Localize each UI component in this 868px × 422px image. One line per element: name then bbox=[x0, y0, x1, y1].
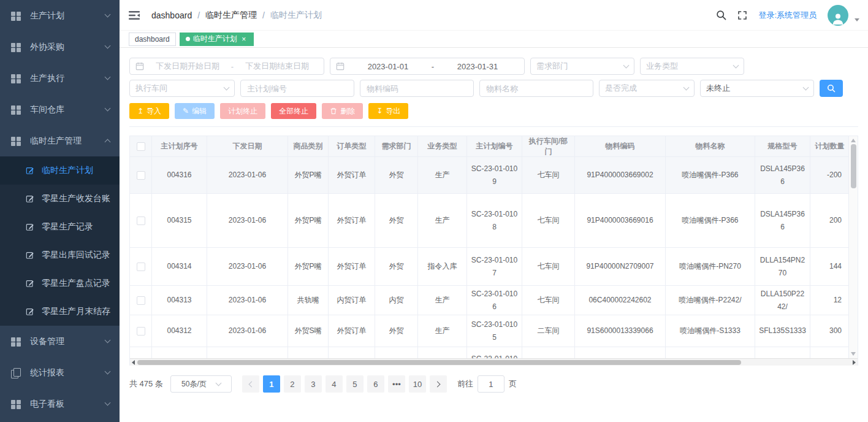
column-header: 业务类型 bbox=[418, 136, 467, 157]
breadcrumb-item-dashboard[interactable]: dashboard bbox=[151, 10, 192, 20]
page-button-6[interactable]: 6 bbox=[367, 375, 384, 393]
table-cell: 指令入库 bbox=[418, 248, 467, 286]
calendar-icon bbox=[336, 62, 345, 71]
scroll-down-arrow-icon[interactable] bbox=[851, 352, 856, 356]
table-cell: 喷油嘴偶件-P2242/ bbox=[666, 286, 755, 315]
search-button[interactable] bbox=[820, 80, 843, 97]
finished-select[interactable]: 是否完成 bbox=[599, 80, 695, 97]
table-row[interactable]: 0043132023-01-06共轨嘴内贸订单内贸生产SC-23-01-0106… bbox=[130, 286, 850, 315]
sidebar-item-label: 设备管理 bbox=[30, 336, 105, 347]
sidebar-subitem-sporadic-outbound-return[interactable]: 零星出库回试记录 bbox=[0, 241, 120, 269]
table-row[interactable]: 0043142023-01-06外贸P嘴外贸订单外贸指令入库SC-23-01-0… bbox=[130, 248, 850, 286]
table-row[interactable]: 0043152023-01-06外贸P嘴外贸订单外贸生产SC-23-01-010… bbox=[130, 194, 850, 248]
plan-no-input[interactable] bbox=[240, 80, 354, 97]
column-header: 订单类型 bbox=[329, 136, 375, 157]
table-cell: 七车间 bbox=[522, 286, 575, 315]
prev-page-button[interactable] bbox=[242, 375, 259, 393]
vertical-scrollbar[interactable] bbox=[848, 136, 858, 358]
import-button[interactable]: ↥导入 bbox=[129, 103, 169, 119]
page-button-3[interactable]: 3 bbox=[305, 375, 322, 393]
caret-down-icon[interactable] bbox=[855, 18, 859, 21]
goto-label: 前往 bbox=[457, 378, 473, 389]
avatar[interactable] bbox=[828, 5, 848, 26]
sidebar-subitem-sporadic-stocktake-record[interactable]: 零星生产盘点记录 bbox=[0, 269, 120, 297]
export-button[interactable]: ↧导出 bbox=[368, 103, 408, 119]
tab-label: 临时生产计划 bbox=[193, 34, 237, 44]
chevron-down-icon bbox=[105, 74, 111, 80]
fullscreen-icon[interactable] bbox=[737, 10, 747, 20]
sidebar-item-outsourcing-purchase[interactable]: 外协采购 bbox=[0, 31, 120, 63]
material-code-input[interactable] bbox=[360, 80, 474, 97]
biz-type-select[interactable]: 业务类型 bbox=[640, 58, 744, 75]
active-dot-icon bbox=[186, 37, 190, 41]
sidebar-item-label: 统计报表 bbox=[30, 367, 105, 378]
page-button-2[interactable]: 2 bbox=[284, 375, 301, 393]
date-range-picker[interactable]: 2023-01-01 - 2023-01-31 bbox=[330, 58, 525, 75]
sidebar-item-production-execution[interactable]: 生产执行 bbox=[0, 63, 120, 94]
page-button-1[interactable]: 1 bbox=[263, 375, 280, 393]
close-icon[interactable]: × bbox=[240, 36, 248, 43]
workshop-select[interactable]: 执行车间 bbox=[129, 80, 235, 97]
page-button-5[interactable]: 5 bbox=[346, 375, 364, 393]
sidebar-item-production-plan[interactable]: 生产计划 bbox=[0, 0, 120, 31]
material-name-input[interactable] bbox=[479, 80, 593, 97]
row-checkbox[interactable] bbox=[137, 217, 145, 225]
table-row[interactable]: SC-23-01-0104SFL135S1333 bbox=[130, 347, 850, 358]
goto-page-input[interactable] bbox=[478, 375, 504, 393]
scroll-left-arrow-icon[interactable] bbox=[132, 360, 135, 365]
demand-dept-select[interactable]: 需求部门 bbox=[530, 58, 634, 75]
sidebar-item-label: 外协采购 bbox=[30, 42, 105, 53]
breadcrumb-item-temp-production[interactable]: 临时生产管理 bbox=[205, 10, 257, 21]
search-icon[interactable] bbox=[716, 10, 726, 20]
sidebar-item-statistic-reports[interactable]: 统计报表 bbox=[0, 357, 120, 388]
sidebar-item-workshop-warehouse[interactable]: 车间仓库 bbox=[0, 94, 120, 125]
sidebar-item-electronic-board[interactable]: 电子看板 bbox=[0, 388, 120, 420]
table-row[interactable]: 0043162023-01-06外贸P嘴外贸订单外贸生产SC-23-01-010… bbox=[130, 157, 850, 194]
sidebar-subitem-sporadic-production-record[interactable]: 零星生产记录 bbox=[0, 213, 120, 241]
column-header: 下发日期 bbox=[207, 136, 288, 157]
horizontal-scrollbar[interactable] bbox=[130, 358, 858, 366]
grid-icon bbox=[11, 11, 21, 21]
tab-active[interactable]: 临时生产计划× bbox=[180, 33, 254, 46]
table-row[interactable]: 0043122023-01-06外贸S嘴外贸订单外贸生产SC-23-01-010… bbox=[130, 315, 850, 347]
select-all-checkbox[interactable] bbox=[137, 142, 145, 151]
sidebar: 生产计划外协采购生产执行车间仓库临时生产管理临时生产计划零星生产收发台账零星生产… bbox=[0, 0, 120, 422]
grid-icon bbox=[11, 105, 21, 115]
page-button-10[interactable]: 10 bbox=[409, 375, 426, 393]
sidebar-subitem-sporadic-month-end-balance[interactable]: 零星生产月末结存 bbox=[0, 297, 120, 326]
page-ellipsis-button[interactable]: ••• bbox=[388, 375, 405, 393]
top-header: dashboard / 临时生产管理 / 临时生产计划 登录:系统管理员 bbox=[120, 0, 868, 31]
sidebar-item-equipment-mgmt[interactable]: 设备管理 bbox=[0, 326, 120, 357]
sidebar-subitem-sporadic-receipt-ledger[interactable]: 零星生产收发台账 bbox=[0, 185, 120, 213]
scroll-up-arrow-icon[interactable] bbox=[851, 139, 856, 142]
sidebar-item-label: 电子看板 bbox=[30, 399, 105, 410]
delete-button[interactable]: 删除 bbox=[322, 103, 363, 119]
sidebar-item-temp-production-mgmt[interactable]: 临时生产管理 bbox=[0, 125, 120, 156]
table-cell bbox=[288, 347, 329, 358]
table-cell: 外贸 bbox=[375, 248, 418, 286]
vertical-scroll-thumb[interactable] bbox=[851, 144, 856, 188]
table-cell bbox=[810, 347, 850, 358]
page-size-select[interactable]: 50条/页 bbox=[170, 375, 232, 393]
dispatch-date-range-picker[interactable]: 下发日期开始日期 - 下发日期结束日期 bbox=[129, 58, 324, 75]
hamburger-icon[interactable] bbox=[128, 9, 142, 22]
terminate-all-button[interactable]: 全部终止 bbox=[271, 103, 316, 119]
sidebar-item-label: 生产执行 bbox=[30, 73, 105, 84]
row-checkbox[interactable] bbox=[137, 171, 145, 180]
plan-terminate-button[interactable]: 计划终止 bbox=[220, 103, 265, 119]
edit-button[interactable]: ✎编辑 bbox=[175, 103, 215, 119]
grid-icon bbox=[11, 136, 21, 146]
terminate-status-select[interactable]: 未终止 bbox=[700, 80, 814, 97]
page-button-4[interactable]: 4 bbox=[326, 375, 343, 393]
next-page-button[interactable] bbox=[430, 375, 447, 393]
sidebar-subitem-temp-production-plan[interactable]: 临时生产计划 bbox=[0, 156, 120, 185]
tab-dashboard[interactable]: dashboard bbox=[129, 33, 176, 46]
row-checkbox[interactable] bbox=[137, 327, 145, 336]
row-checkbox[interactable] bbox=[137, 263, 145, 271]
table-cell: 91P4000003669002 bbox=[575, 157, 666, 194]
scroll-right-arrow-icon[interactable] bbox=[853, 360, 856, 365]
horizontal-scroll-thumb[interactable] bbox=[137, 360, 741, 365]
table-cell: 2023-01-06 bbox=[207, 286, 288, 315]
row-checkbox[interactable] bbox=[137, 296, 145, 305]
edit-square-icon bbox=[26, 307, 34, 316]
